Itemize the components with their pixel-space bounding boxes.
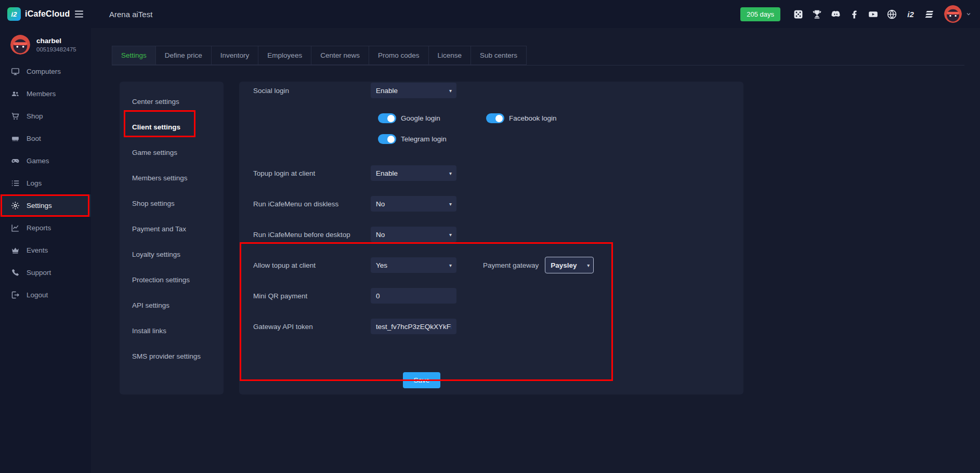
tab-label: Promo codes <box>378 51 420 59</box>
layers-icon[interactable] <box>924 9 935 20</box>
topup-login-select[interactable]: Enable <box>371 165 456 181</box>
tab-bar: Settings Define price Inventory Employee… <box>112 46 964 65</box>
app-logo[interactable]: i2 iCafeCloud <box>7 7 70 21</box>
run-before-desktop-label: Run iCafeMenu before desktop <box>253 231 371 239</box>
sidebar-item-logs[interactable]: Logs <box>0 172 91 194</box>
facebook-login-toggle[interactable] <box>486 113 504 123</box>
tab-label: Sub centers <box>480 51 517 59</box>
run-diskless-select[interactable]: No <box>371 196 456 212</box>
allow-topup-select[interactable]: Yes <box>371 257 456 273</box>
settings-nav-members[interactable]: Members settings <box>120 165 224 191</box>
icafe-i2-icon[interactable]: i2 <box>905 9 916 20</box>
sidebar-item-members[interactable]: Members <box>0 83 91 105</box>
payment-gateway-group: Payment gateway Paysley <box>483 257 594 273</box>
logout-icon <box>11 291 20 299</box>
facebook-icon[interactable] <box>849 9 860 20</box>
youtube-icon[interactable] <box>868 9 879 20</box>
settings-nav-game[interactable]: Game settings <box>120 140 224 165</box>
members-icon <box>11 89 20 98</box>
license-days-badge[interactable]: 205 days <box>740 7 780 21</box>
tab-define-price[interactable]: Define price <box>155 46 212 65</box>
google-login-toggle[interactable] <box>378 113 396 123</box>
settings-nav-api[interactable]: API settings <box>120 293 224 318</box>
settings-nav-client[interactable]: Client settings <box>120 114 224 140</box>
settings-nav-loyalty[interactable]: Loyalty settings <box>120 242 224 267</box>
tab-center-news[interactable]: Center news <box>311 46 369 65</box>
chart-icon <box>11 224 20 232</box>
sidebar-user-info: charbel 005193482475 <box>36 37 76 52</box>
sidebar-item-label: Computers <box>27 68 61 75</box>
tab-inventory[interactable]: Inventory <box>211 46 259 65</box>
settings-nav-label: Install links <box>132 327 166 335</box>
settings-nav-label: Loyalty settings <box>132 251 180 258</box>
gamepad-icon[interactable] <box>793 9 804 20</box>
gateway-token-label: Gateway API token <box>253 323 371 331</box>
cart-icon <box>11 112 20 121</box>
run-before-desktop-select[interactable]: No <box>371 227 456 242</box>
globe-icon[interactable] <box>886 9 897 20</box>
tab-employees[interactable]: Employees <box>258 46 311 65</box>
tab-label: Define price <box>165 51 202 59</box>
settings-nav-sms-provider[interactable]: SMS provider settings <box>120 344 224 369</box>
mini-qr-label: Mini QR payment <box>253 292 371 300</box>
sidebar-item-events[interactable]: Events <box>0 239 91 261</box>
tab-settings[interactable]: Settings <box>112 46 156 65</box>
run-diskless-select-wrap: No <box>371 196 456 212</box>
settings-nav: Center settings Client settings Game set… <box>120 82 224 395</box>
sidebar-item-logout[interactable]: Logout <box>0 284 91 306</box>
row-topup-login: Topup login at client Enable <box>253 165 743 181</box>
settings-nav-payment-tax[interactable]: Payment and Tax <box>120 216 224 242</box>
payment-gateway-label: Payment gateway <box>483 261 539 269</box>
row-run-before-desktop: Run iCafeMenu before desktop No <box>253 227 743 242</box>
hamburger-menu-icon[interactable] <box>73 8 85 20</box>
settings-nav-install-links[interactable]: Install links <box>120 318 224 344</box>
sidebar-item-label: Logs <box>27 179 42 187</box>
payment-gateway-select[interactable]: Paysley <box>545 257 594 273</box>
sidebar-item-label: Members <box>27 90 56 98</box>
allow-topup-label: Allow topup at client <box>253 261 371 269</box>
sidebar-item-computers[interactable]: Computers <box>0 60 91 83</box>
trophy-icon[interactable] <box>812 9 822 20</box>
sidebar-item-label: Games <box>27 157 49 165</box>
sidebar-item-support[interactable]: Support <box>0 261 91 284</box>
client-settings-panel: Social login Enable Google login Faceboo… <box>239 82 743 395</box>
facebook-login-toggle-row: Facebook login <box>486 113 743 123</box>
topbar-right: 205 days i2 <box>740 5 980 23</box>
settings-nav-protection[interactable]: Protection settings <box>120 267 224 293</box>
row-social-login: Social login Enable <box>253 83 743 98</box>
settings-nav-label: Shop settings <box>132 200 175 207</box>
discord-icon[interactable] <box>830 9 841 20</box>
logo-text: iCafeCloud <box>25 9 70 19</box>
tab-sub-centers[interactable]: Sub centers <box>471 46 527 65</box>
settings-nav-shop[interactable]: Shop settings <box>120 191 224 216</box>
gateway-token-input[interactable] <box>371 319 456 334</box>
settings-nav-center[interactable]: Center settings <box>120 89 224 114</box>
tab-license[interactable]: License <box>428 46 472 65</box>
list-icon <box>11 179 20 188</box>
i2-glyph: i2 <box>907 10 914 19</box>
memory-icon <box>11 134 20 143</box>
settings-nav-label: SMS provider settings <box>132 352 201 360</box>
mini-qr-input[interactable] <box>371 288 456 304</box>
sidebar-item-boot[interactable]: Boot <box>0 127 91 150</box>
sidebar-user-block: charbel 005193482475 <box>0 28 91 60</box>
sidebar-item-games[interactable]: Games <box>0 150 91 172</box>
sidebar-item-reports[interactable]: Reports <box>0 217 91 239</box>
sidebar-user-avatar <box>10 35 30 55</box>
social-login-select[interactable]: Enable <box>371 83 456 98</box>
settings-content: Center settings Client settings Game set… <box>120 82 980 395</box>
telegram-login-toggle[interactable] <box>378 134 396 144</box>
social-login-select-wrap: Enable <box>371 83 456 98</box>
sidebar-item-shop[interactable]: Shop <box>0 105 91 127</box>
brand-area: i2 iCafeCloud <box>0 0 91 28</box>
tab-label: Employees <box>267 51 302 59</box>
tab-promo-codes[interactable]: Promo codes <box>369 46 429 65</box>
save-button[interactable]: Save <box>403 372 440 388</box>
sidebar-item-settings[interactable]: Settings <box>0 194 91 217</box>
social-login-label: Social login <box>253 87 371 95</box>
chevron-down-icon[interactable] <box>965 11 972 17</box>
user-name: charbel <box>36 37 76 45</box>
user-avatar[interactable] <box>944 5 962 23</box>
topbar-icons: i2 <box>793 9 935 20</box>
sidebar: charbel 005193482475 Computers Members S… <box>0 28 91 473</box>
